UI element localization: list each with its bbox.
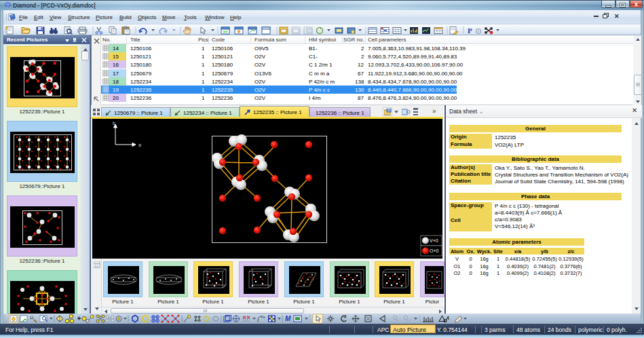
svg-text:V+0: V+0	[430, 238, 438, 243]
svg-text:b: b	[113, 121, 115, 126]
svg-text:a: a	[138, 143, 141, 147]
svg-text:Fe: Fe	[261, 315, 265, 319]
svg-text:P: P	[468, 26, 472, 35]
svg-text:O+0: O+0	[430, 248, 439, 253]
svg-text:M: M	[285, 315, 291, 322]
